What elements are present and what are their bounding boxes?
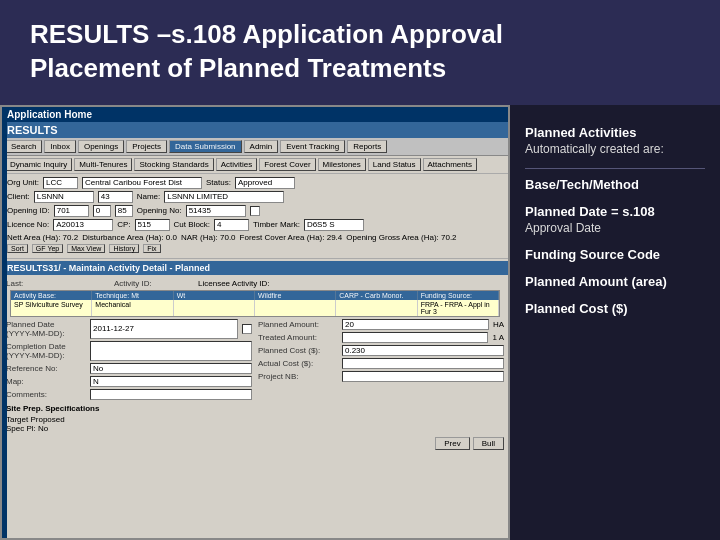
bc-multi-tenures[interactable]: Multi-Tenures: [74, 158, 132, 171]
history-btn[interactable]: History: [109, 244, 139, 253]
checkbox1: [250, 206, 260, 216]
treated-unit: 1 A: [492, 333, 504, 342]
nav-event-tracking[interactable]: Event Tracking: [280, 140, 345, 153]
fix-btn[interactable]: Fix: [143, 244, 160, 253]
client-id[interactable]: [98, 191, 133, 203]
app-panel: Application Home RESULTS Search Inbox Op…: [0, 105, 510, 540]
cp-value[interactable]: [135, 219, 170, 231]
planned-cost-input[interactable]: [342, 345, 504, 356]
treated-amount-input[interactable]: [342, 332, 488, 343]
cut-block-value[interactable]: [214, 219, 249, 231]
nav-openings[interactable]: Openings: [78, 140, 124, 153]
sidebar-title-planned-amount: Planned Amount (area): [525, 274, 705, 289]
col-activity-base: Activity Base:: [11, 291, 92, 300]
planned-amount-input[interactable]: [342, 319, 489, 330]
opening-id[interactable]: [54, 205, 89, 217]
bc-stocking-standards[interactable]: Stocking Standards: [134, 158, 213, 171]
bc-milestones[interactable]: Milestones: [318, 158, 366, 171]
header: RESULTS –s.108 Application Approval Plac…: [0, 0, 720, 105]
opening-label: Opening ID:: [7, 206, 50, 215]
status-label: Status:: [206, 178, 231, 187]
target-label: Target Proposed: [6, 415, 504, 424]
opening-no[interactable]: [186, 205, 246, 217]
org-unit-code[interactable]: [43, 177, 78, 189]
bc-attachments[interactable]: Attachments: [423, 158, 477, 171]
nav-search[interactable]: Search: [5, 140, 42, 153]
prev-btn[interactable]: Prev: [435, 437, 469, 450]
nav-admin[interactable]: Admin: [244, 140, 279, 153]
timber-mark-value[interactable]: [304, 219, 364, 231]
gross-area-label: Opening Gross Area (Ha): 70.2: [346, 233, 456, 242]
licence-no-label: Opening No:: [137, 206, 182, 215]
site-prep-label: Site Prep. Specifications: [6, 404, 504, 413]
app-title: RESULTS: [2, 122, 508, 138]
last-label: Last:: [6, 279, 86, 288]
left-accent: [2, 107, 7, 538]
licence-value[interactable]: [53, 219, 113, 231]
nav-data-submission[interactable]: Data Submission: [169, 140, 241, 153]
max-view-btn[interactable]: Max View: [67, 244, 105, 253]
map-label: Map:: [6, 377, 86, 386]
col-method: Wt: [174, 291, 255, 300]
bc-forest-cover[interactable]: Forest Cover: [259, 158, 315, 171]
cell-activity-base: SP Silviculture Survey: [11, 300, 92, 316]
planned-date-input[interactable]: [90, 319, 238, 339]
nav-projects[interactable]: Projects: [126, 140, 167, 153]
gf-yep-btn[interactable]: GF Yep: [32, 244, 63, 253]
licensee-label: Licensee Activity ID:: [198, 279, 270, 288]
forest-cover-label: Forest Cover Area (Ha): 29.4: [240, 233, 343, 242]
reference-input[interactable]: [90, 363, 252, 374]
bull-btn[interactable]: Bull: [473, 437, 504, 450]
comments-input[interactable]: [90, 389, 252, 400]
table-row[interactable]: SP Silviculture Survey Mechanical FRPA -…: [11, 300, 499, 316]
completion-date-label: Completion Date(YYYY-MM-DD):: [6, 342, 86, 360]
cell-technique: Mechanical: [92, 300, 173, 316]
activity-id-label: Activity ID:: [114, 279, 194, 288]
nav-inbox[interactable]: Inbox: [44, 140, 76, 153]
activity-table: Activity Base: Technique: Mt Wt Wildfire…: [10, 290, 500, 317]
nav-bar[interactable]: Search Inbox Openings Projects Data Subm…: [2, 138, 508, 156]
planned-amount-unit: HA: [493, 320, 504, 329]
licence-label: Licence No:: [7, 220, 49, 229]
planned-date-checkbox: [242, 324, 252, 334]
sidebar-base-tech: Base/Tech/Method: [525, 177, 705, 192]
reference-label: Reference No:: [6, 364, 86, 373]
sidebar-planned-date: Planned Date = s.108 Approval Date: [525, 204, 705, 235]
nar-label: NAR (Ha): 70.0: [181, 233, 236, 242]
col-funding: Funding Source:: [418, 291, 499, 300]
section-header: RESULTS31/ - Maintain Activity Detail - …: [2, 261, 508, 275]
spec-pl-label: Spec Pl: No: [6, 424, 504, 433]
planned-cost-label: Planned Cost ($):: [258, 346, 338, 355]
completion-date-input[interactable]: [90, 341, 252, 361]
sidebar-sub-planned-date: Approval Date: [525, 221, 705, 235]
col-carp: CARP - Carb Monor.: [336, 291, 417, 300]
nav-reports[interactable]: Reports: [347, 140, 387, 153]
cp-label: CP:: [117, 220, 130, 229]
project-nb-input[interactable]: [342, 371, 504, 382]
sidebar-planned-activities: Planned Activities Automatically created…: [525, 125, 705, 156]
sidebar-title-funding-source: Funding Source Code: [525, 247, 705, 262]
org-unit-name[interactable]: [82, 177, 202, 189]
actual-cost-input[interactable]: [342, 358, 504, 369]
map-input[interactable]: [90, 376, 252, 387]
bc-activities[interactable]: Activities: [216, 158, 258, 171]
net-area-label: Nett Area (Ha): 70.2: [7, 233, 78, 242]
col-technique: Technique: Mt: [92, 291, 173, 300]
bc-land-status[interactable]: Land Status: [368, 158, 421, 171]
blk-val[interactable]: [115, 205, 133, 217]
page-title: RESULTS –s.108 Application Approval Plac…: [30, 18, 690, 86]
status-value[interactable]: [235, 177, 295, 189]
planned-date-label: Planned Date(YYYY-MM-DD):: [6, 320, 86, 338]
div-val[interactable]: [93, 205, 111, 217]
bc-dynamic-inquiry[interactable]: Dynamic Inquiry: [5, 158, 72, 171]
sidebar-title-planned-date: Planned Date = s.108: [525, 204, 705, 219]
main-form: Org Unit: Status: Client: Name: Opening …: [2, 174, 508, 259]
sort-btn[interactable]: Sort: [7, 244, 28, 253]
sidebar-title-planned-cost: Planned Cost ($): [525, 301, 705, 316]
client-value[interactable]: [34, 191, 94, 203]
sidebar: Planned Activities Automatically created…: [510, 105, 720, 540]
breadcrumb-bar[interactable]: Dynamic Inquiry Multi-Tenures Stocking S…: [2, 156, 508, 174]
cell-carp: [336, 300, 417, 316]
divider-1: [525, 168, 705, 169]
name-value[interactable]: [164, 191, 284, 203]
